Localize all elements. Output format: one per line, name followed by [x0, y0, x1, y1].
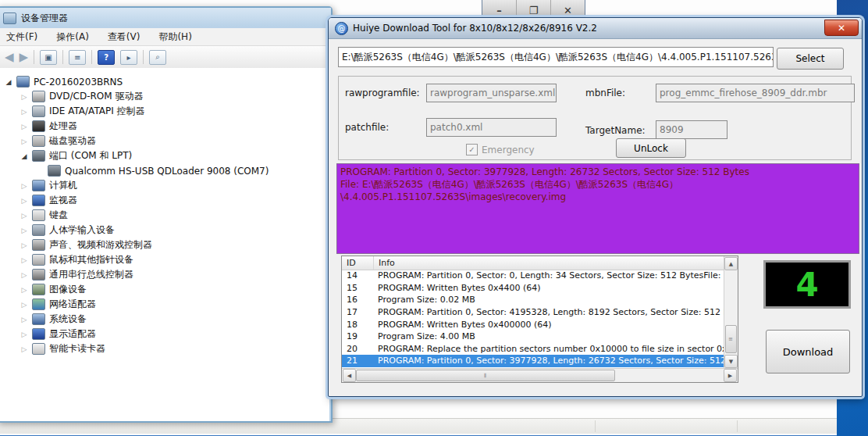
download-button[interactable]: Download [766, 330, 850, 373]
menu-help[interactable]: 帮助(H) [158, 30, 191, 44]
tree-item[interactable]: ▷通用串行总线控制器 [0, 267, 329, 282]
tree-item[interactable]: ◢PC-20160203BRNS [0, 74, 329, 89]
menu-view[interactable]: 查看(V) [108, 30, 141, 44]
expand-icon[interactable]: ▷ [20, 138, 28, 145]
list-row[interactable]: 14PROGRAM: Partition 0, Sector: 0, Lengt… [342, 270, 724, 282]
tree-item[interactable]: ▷鼠标和其他指针设备 [0, 252, 329, 267]
expand-icon[interactable]: ▷ [20, 331, 28, 338]
close-icon[interactable]: ✕ [824, 20, 859, 36]
monitor-icon [32, 195, 45, 206]
collapse-icon[interactable]: ◢ [20, 152, 28, 160]
list-row[interactable]: 19Program Size: 4.00 MB [342, 331, 724, 343]
checkbox-check-icon: ✓ [466, 144, 478, 155]
list-row[interactable]: 15PROGRAM: Written Bytes 0x4400 (64) [342, 282, 724, 295]
select-button[interactable]: Select [777, 48, 844, 70]
targetname-input[interactable]: 8909 [656, 120, 727, 139]
huiye-app-icon: @ [335, 22, 348, 35]
tree-item[interactable]: ▷系统设备 [0, 312, 329, 327]
mbnfile-input[interactable]: prog_emmc_firehose_8909_ddr.mbr [656, 84, 855, 102]
list-row[interactable]: 16Program Size: 0.02 MB [342, 294, 724, 306]
tree-item[interactable]: Qualcomm HS-USB QDLoader 9008 (COM7) [0, 163, 329, 178]
row-id: 16 [342, 295, 373, 305]
row-info: Program Size: 4.00 MB [373, 331, 724, 341]
expand-icon[interactable]: ▷ [20, 301, 28, 309]
expand-icon[interactable]: ▷ [20, 345, 28, 353]
patchfile-input[interactable]: patch0.xml [426, 118, 557, 137]
tree-item-label: 智能卡读卡器 [49, 342, 105, 356]
tree-item[interactable]: ▷IDE ATA/ATAPI 控制器 [0, 104, 329, 119]
unlock-button[interactable]: UnLock [616, 138, 686, 158]
forward-icon[interactable]: ▶ [20, 52, 29, 63]
port-icon [48, 165, 61, 177]
toolbar-separator [143, 50, 144, 64]
tree-item[interactable]: ▷显示适配器 [0, 327, 329, 341]
column-header-info[interactable]: Info [374, 256, 724, 270]
scroll-down-icon[interactable]: ▼ [724, 355, 738, 368]
tree-item[interactable]: ▷计算机 [0, 178, 329, 193]
properties-icon[interactable]: ≡ [69, 50, 86, 65]
menu-action[interactable]: 操作(A) [56, 30, 89, 44]
tree-item[interactable]: ▷人体学输入设备 [0, 223, 329, 238]
toolbar-separator [91, 50, 92, 64]
device-manager-titlebar[interactable]: 设备管理器 [0, 8, 331, 27]
tree-item[interactable]: ▷磁盘驱动器 [0, 134, 329, 148]
toolbar-separator [34, 50, 34, 64]
row-id: 18 [342, 320, 373, 330]
tree-item[interactable]: ◢端口 (COM 和 LPT) [0, 148, 329, 163]
tree-item[interactable]: ▷DVD/CD-ROM 驱动器 [0, 89, 329, 104]
media-icon[interactable]: ▸ [120, 50, 137, 65]
expand-icon[interactable]: ▷ [20, 197, 28, 205]
expand-icon[interactable]: ▷ [20, 123, 28, 130]
list-row[interactable]: 21PROGRAM: Partition 0, Sector: 3977928,… [342, 355, 724, 367]
expand-icon[interactable]: ▷ [20, 316, 28, 323]
column-header-id[interactable]: ID [342, 256, 374, 270]
collapse-icon[interactable]: ◢ [5, 78, 12, 86]
tree-item[interactable]: ▷声音、视频和游戏控制器 [0, 238, 329, 252]
expand-icon[interactable]: ▷ [20, 271, 28, 279]
expand-icon[interactable]: ▷ [20, 256, 28, 264]
expand-icon[interactable]: ▷ [20, 241, 28, 249]
device-manager-toolbar: ◀ ▶ ▣ ≡ ? ▸ ⌕ [0, 46, 329, 69]
expand-icon[interactable]: ▷ [20, 286, 28, 294]
horizontal-scroll-thumb[interactable]: ⦀ [356, 370, 615, 381]
expand-icon[interactable]: ▷ [20, 212, 28, 220]
row-id: 20 [342, 344, 373, 354]
expand-icon[interactable]: ▷ [20, 108, 28, 116]
emergency-checkbox[interactable]: ✓ Emergency [466, 144, 535, 155]
tree-item[interactable]: ▷智能卡读卡器 [0, 341, 329, 356]
disk-drive-icon [32, 135, 45, 147]
scroll-up-icon[interactable]: ▲ [724, 257, 738, 270]
tree-item[interactable]: ▷网络适配器 [0, 297, 329, 312]
huiye-download-tool-window: @ Huiye Download Tool for 8x10/8x12/8x26… [328, 17, 863, 397]
row-info: PROGRAM: Partition 0, Sector: 4195328, L… [373, 307, 724, 317]
menu-file[interactable]: 文件(F) [6, 30, 37, 44]
smartcard-icon [32, 343, 45, 355]
horizontal-scrollbar[interactable]: ◀ ⦀ ▶ [342, 368, 738, 382]
list-row[interactable]: 17PROGRAM: Partition 0, Sector: 4195328,… [342, 306, 724, 319]
firmware-path-input[interactable]: E:\酷派5263S（电信4G）\酷派5263S（电信4G）\酷派5263S（电… [338, 47, 774, 67]
log-line: File: E:\酷派5263S（电信4G）\酷派5263S（电信4G）\酷派5… [340, 178, 856, 191]
expand-icon[interactable]: ▷ [20, 93, 28, 101]
expand-icon[interactable]: ▷ [20, 182, 28, 190]
tree-item-label: PC-20160203BRNS [34, 77, 123, 88]
tree-item[interactable]: ▷监视器 [0, 193, 329, 208]
scroll-left-icon[interactable]: ◀ [343, 369, 356, 382]
list-row[interactable]: 20PROGRAM: Replace the partition sectors… [342, 343, 724, 356]
rawprogramfile-input[interactable]: rawprogram_unsparse.xml [426, 84, 557, 102]
tree-item-label: 系统设备 [49, 313, 87, 326]
vertical-scroll-thumb[interactable]: ≡ [725, 325, 737, 353]
list-row[interactable]: 18PROGRAM: Written Bytes 0x400000 (64) [342, 318, 724, 331]
audio-icon [32, 239, 45, 251]
vertical-scrollbar[interactable]: ▲ ≡ ▼ [724, 256, 738, 369]
device-manager-window: 设备管理器 文件(F) 操作(A) 查看(V) 帮助(H) ◀ ▶ ▣ ≡ ? … [0, 6, 333, 423]
scroll-right-icon[interactable]: ▶ [724, 369, 737, 382]
tree-item[interactable]: ▷图像设备 [0, 282, 329, 297]
tree-item[interactable]: ▷键盘 [0, 208, 329, 223]
tree-item[interactable]: ▷处理器 [0, 119, 329, 134]
back-icon[interactable]: ◀ [5, 52, 14, 63]
expand-icon[interactable]: ▷ [20, 227, 28, 234]
huiye-titlebar[interactable]: @ Huiye Download Tool for 8x10/8x12/8x26… [329, 18, 862, 39]
help-icon[interactable]: ? [98, 50, 115, 65]
scan-hardware-icon[interactable]: ⌕ [149, 50, 166, 65]
show-window-icon[interactable]: ▣ [40, 50, 57, 65]
